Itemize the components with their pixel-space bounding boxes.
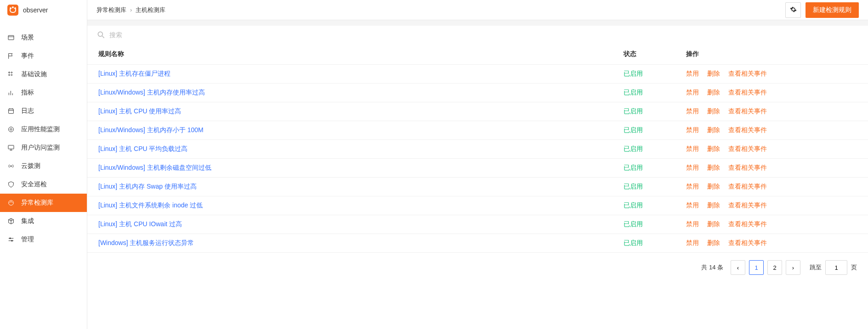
view-events-action[interactable]: 查看相关事件 [728, 70, 767, 78]
status-badge: 已启用 [624, 183, 643, 190]
view-events-action[interactable]: 查看相关事件 [728, 145, 767, 153]
view-events-action[interactable]: 查看相关事件 [728, 239, 767, 247]
table-row: [Linux] 主机内存 Swap 使用率过高已启用禁用删除查看相关事件 [87, 178, 868, 196]
disable-action[interactable]: 禁用 [686, 145, 699, 153]
svg-point-19 [9, 201, 14, 206]
delete-action[interactable]: 删除 [707, 145, 720, 153]
rule-link[interactable]: [Linux/Windows] 主机剩余磁盘空间过低 [98, 164, 211, 171]
delete-action[interactable]: 删除 [707, 220, 720, 229]
col-header-status: 状态 [618, 44, 681, 65]
delete-action[interactable]: 删除 [707, 107, 720, 116]
table-row: [Windows] 主机服务运行状态异常已启用禁用删除查看相关事件 [87, 234, 868, 253]
delete-action[interactable]: 删除 [707, 126, 720, 134]
rule-link[interactable]: [Linux/Windows] 主机内存小于 100M [98, 126, 204, 134]
rule-link[interactable]: [Linux] 主机文件系统剩余 inode 过低 [98, 201, 203, 209]
pagination-next[interactable]: › [786, 260, 800, 275]
disable-action[interactable]: 禁用 [686, 126, 699, 134]
delete-action[interactable]: 删除 [707, 183, 720, 191]
view-events-action[interactable]: 查看相关事件 [728, 164, 767, 172]
search-input[interactable] [109, 31, 859, 39]
svg-point-14 [10, 128, 12, 130]
status-badge: 已启用 [624, 201, 643, 209]
rule-link[interactable]: [Windows] 主机服务运行状态异常 [98, 239, 194, 246]
table-row: [Linux/Windows] 主机剩余磁盘空间过低已启用禁用删除查看相关事件 [87, 159, 868, 178]
table-row: [Linux/Windows] 主机内存使用率过高已启用禁用删除查看相关事件 [87, 84, 868, 102]
rule-link[interactable]: [Linux] 主机内存 Swap 使用率过高 [98, 183, 197, 190]
sidebar-item-manage[interactable]: 管理 [0, 230, 87, 249]
scene-icon [7, 34, 15, 41]
rule-link[interactable]: [Linux] 主机 CPU IOwait 过高 [98, 220, 182, 228]
pagination-jump-input[interactable] [825, 260, 847, 275]
sidebar-item-logs[interactable]: 日志 [0, 102, 87, 120]
nav-label: 事件 [21, 52, 34, 60]
disable-action[interactable]: 禁用 [686, 107, 699, 116]
nav-label: 集成 [21, 217, 34, 225]
sidebar-item-scene[interactable]: 场景 [0, 28, 87, 47]
sidebar-item-security[interactable]: 安全巡检 [0, 175, 87, 194]
nav-label: 应用性能监测 [21, 125, 60, 134]
status-badge: 已启用 [624, 239, 643, 246]
status-badge: 已启用 [624, 220, 643, 228]
new-rule-button[interactable]: 新建检测规则 [806, 2, 859, 18]
sidebar-item-events[interactable]: 事件 [0, 47, 87, 65]
nav-label: 用户访问监测 [21, 144, 60, 152]
pagination-prev[interactable]: ‹ [731, 260, 745, 275]
sidebar-item-synthetics[interactable]: 云拨测 [0, 157, 87, 175]
nav-label: 基础设施 [21, 70, 47, 78]
delete-action[interactable]: 删除 [707, 239, 720, 247]
svg-line-25 [102, 36, 104, 38]
target-icon [7, 126, 15, 133]
sidebar-item-integration[interactable]: 集成 [0, 212, 87, 230]
table-row: [Linux] 主机存在僵尸进程已启用禁用删除查看相关事件 [87, 65, 868, 84]
view-events-action[interactable]: 查看相关事件 [728, 89, 767, 97]
pagination-page-1[interactable]: 1 [749, 260, 764, 275]
cube-icon [7, 217, 15, 225]
svg-rect-9 [9, 109, 14, 113]
table-row: [Linux] 主机 CPU 使用率过高已启用禁用删除查看相关事件 [87, 102, 868, 121]
status-badge: 已启用 [624, 89, 643, 96]
svg-point-4 [9, 74, 10, 76]
rule-link[interactable]: [Linux] 主机 CPU 使用率过高 [98, 107, 181, 115]
disable-action[interactable]: 禁用 [686, 239, 699, 247]
disable-action[interactable]: 禁用 [686, 201, 699, 210]
disable-action[interactable]: 禁用 [686, 89, 699, 97]
sidebar-item-infra[interactable]: 基础设施 [0, 65, 87, 84]
view-events-action[interactable]: 查看相关事件 [728, 107, 767, 116]
view-events-action[interactable]: 查看相关事件 [728, 201, 767, 210]
gear-icon [790, 6, 797, 14]
sidebar-item-metrics[interactable]: 指标 [0, 84, 87, 102]
rule-link[interactable]: [Linux/Windows] 主机内存使用率过高 [98, 89, 205, 96]
view-events-action[interactable]: 查看相关事件 [728, 220, 767, 229]
delete-action[interactable]: 删除 [707, 89, 720, 97]
status-badge: 已启用 [624, 107, 643, 115]
disable-action[interactable]: 禁用 [686, 70, 699, 78]
svg-point-18 [11, 166, 12, 167]
sidebar-item-anomaly[interactable]: 异常检测库 [0, 194, 87, 212]
breadcrumb-root[interactable]: 异常检测库 [96, 6, 126, 14]
svg-rect-15 [8, 145, 14, 149]
disable-action[interactable]: 禁用 [686, 183, 699, 191]
chevron-left-icon: ‹ [737, 264, 739, 271]
disable-action[interactable]: 禁用 [686, 164, 699, 172]
view-events-action[interactable]: 查看相关事件 [728, 183, 767, 191]
delete-action[interactable]: 删除 [707, 70, 720, 78]
svg-point-13 [9, 127, 14, 132]
sidebar-item-rum[interactable]: 用户访问监测 [0, 139, 87, 157]
view-events-action[interactable]: 查看相关事件 [728, 126, 767, 134]
pagination-page-2[interactable]: 2 [767, 260, 782, 275]
delete-action[interactable]: 删除 [707, 164, 720, 172]
logo: observer [0, 0, 87, 20]
rule-link[interactable]: [Linux] 主机存在僵尸进程 [98, 70, 170, 77]
status-badge: 已启用 [624, 145, 643, 152]
sidebar-item-apm[interactable]: 应用性能监测 [0, 120, 87, 139]
rule-link[interactable]: [Linux] 主机 CPU 平均负载过高 [98, 145, 187, 152]
delete-action[interactable]: 删除 [707, 201, 720, 210]
svg-point-5 [11, 74, 12, 76]
nav-label: 日志 [21, 107, 34, 115]
nav-label: 异常检测库 [21, 199, 53, 207]
monitor-icon [7, 144, 15, 151]
col-header-ops: 操作 [681, 44, 868, 65]
svg-point-24 [98, 32, 102, 36]
settings-button[interactable] [785, 2, 801, 18]
disable-action[interactable]: 禁用 [686, 220, 699, 229]
